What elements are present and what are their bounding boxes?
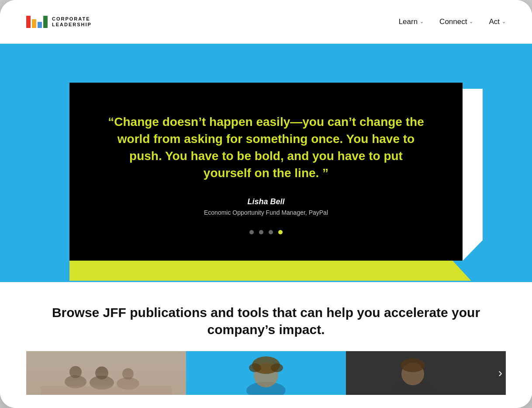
logo-icon	[26, 16, 48, 28]
logo[interactable]: CORPORATE LEADERSHIP	[26, 16, 92, 28]
device-frame: CORPORATE LEADERSHIP Learn ⌄ Connect ⌄ A…	[0, 0, 532, 408]
header: CORPORATE LEADERSHIP Learn ⌄ Connect ⌄ A…	[0, 0, 532, 44]
nav-item-act[interactable]: Act ⌄	[489, 17, 506, 26]
svg-point-4	[117, 377, 139, 390]
card-3-image	[346, 351, 506, 395]
logo-bar-blue	[38, 22, 42, 28]
browse-title: Browse JFF publications and tools that c…	[26, 304, 506, 338]
carousel-dot-1[interactable]	[249, 230, 254, 234]
quote-text: “Change doesn’t happen easily—you can’t …	[104, 113, 428, 182]
chevron-down-icon: ⌄	[420, 19, 424, 24]
quote-card: “Change doesn’t happen easily—you can’t …	[69, 83, 463, 261]
quote-card-wrapper: “Change doesn’t happen easily—you can’t …	[69, 83, 463, 261]
chevron-down-icon: ⌄	[502, 19, 506, 24]
main-nav: Learn ⌄ Connect ⌄ Act ⌄	[399, 17, 506, 26]
carousel-dot-2[interactable]	[259, 230, 263, 234]
nav-label-act: Act	[489, 17, 500, 26]
svg-point-10	[249, 363, 261, 372]
nav-label-connect: Connect	[439, 17, 467, 26]
card-2-image	[186, 351, 346, 395]
nav-item-learn[interactable]: Learn ⌄	[399, 17, 424, 26]
logo-bar-green	[43, 16, 48, 28]
nav-item-connect[interactable]: Connect ⌄	[439, 17, 473, 26]
logo-text-top: CORPORATE	[52, 16, 92, 21]
hero-section: “Change doesn’t happen easily—you can’t …	[0, 44, 532, 282]
carousel-dot-3[interactable]	[269, 230, 273, 234]
quote-author-name: Lisha Bell	[104, 197, 428, 206]
carousel-dot-4[interactable]	[278, 230, 283, 234]
card-thumb-2[interactable]	[186, 351, 346, 395]
logo-text: CORPORATE LEADERSHIP	[52, 16, 92, 27]
svg-point-0	[65, 375, 86, 388]
nav-label-learn: Learn	[399, 17, 418, 26]
card-thumb-1[interactable]	[26, 351, 186, 395]
svg-point-5	[122, 368, 134, 380]
card-1-image	[26, 351, 186, 395]
svg-point-3	[95, 366, 108, 380]
browse-section: Browse JFF publications and tools that c…	[0, 282, 532, 408]
svg-point-1	[69, 366, 82, 378]
svg-point-11	[271, 363, 283, 372]
logo-bar-orange	[32, 19, 36, 28]
card-face-bottom	[69, 259, 471, 281]
quote-author-title: Economic Opportunity Fund Manager, PayPa…	[104, 209, 428, 216]
card-face-right	[463, 89, 483, 261]
svg-rect-6	[41, 386, 172, 395]
cards-row: ›	[26, 351, 506, 395]
card-thumb-3[interactable]: ›	[346, 351, 506, 395]
chevron-down-icon: ⌄	[469, 19, 473, 24]
right-arrow-icon: ›	[498, 366, 502, 380]
svg-point-14	[401, 358, 425, 372]
logo-text-bottom: LEADERSHIP	[52, 22, 92, 27]
logo-bar-red	[26, 16, 31, 28]
svg-point-2	[90, 376, 114, 390]
carousel-dots	[104, 230, 428, 234]
quote-card-3d: “Change doesn’t happen easily—you can’t …	[69, 83, 463, 261]
